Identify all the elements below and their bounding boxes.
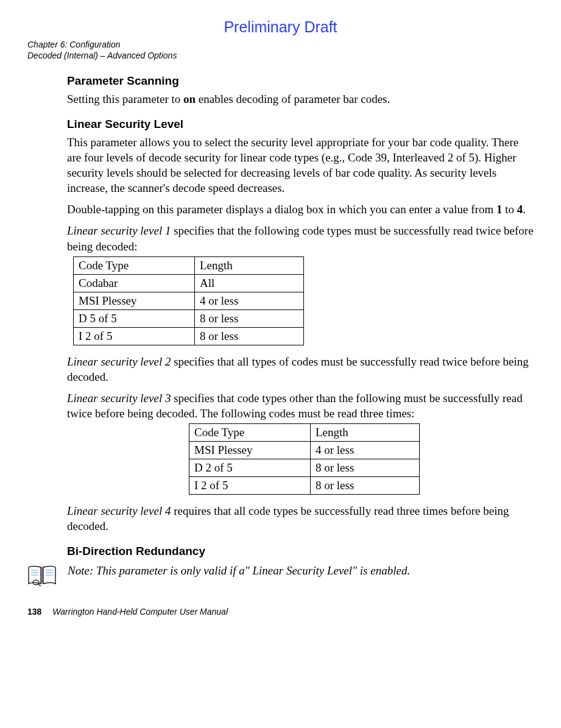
table-row: Code TypeLength [189, 423, 420, 441]
table-cell: D 5 of 5 [74, 309, 195, 327]
running-header-line1: Chapter 6: Configuration [27, 40, 534, 51]
page: Preliminary Draft Chapter 6: Configurati… [0, 0, 561, 629]
table-row: Code TypeLength [74, 256, 304, 274]
text-italic-level2: Linear security level 2 [67, 355, 171, 368]
linear-sec-level2: Linear security level 2 specifies that a… [67, 354, 534, 384]
note-block: Note: This parameter is only valid if a"… [27, 564, 534, 588]
preliminary-draft-banner: Preliminary Draft [27, 18, 534, 36]
linear-sec-level4: Linear security level 4 requires that al… [67, 503, 534, 534]
text-bold-1: 1 [496, 203, 503, 216]
table-cell: I 2 of 5 [74, 327, 195, 345]
table-row: CodabarAll [74, 274, 304, 292]
linear-sec-level3-intro: Linear security level 3 specifies that c… [67, 391, 534, 421]
svg-line-2 [38, 584, 41, 586]
table-row: I 2 of 58 or less [189, 476, 420, 494]
text-italic-level4: Linear security level 4 [67, 504, 171, 517]
text-italic-level1: Linear security level 1 [67, 224, 171, 237]
book-note-icon [27, 565, 57, 588]
table-cell: Codabar [74, 274, 195, 292]
table-row: MSI Plessey4 or less [74, 292, 304, 309]
text-fragment: . [523, 203, 526, 216]
running-header-line2: Decoded (Internal) – Advanced Options [27, 51, 534, 62]
table-cell: All [195, 274, 304, 292]
table-cell: 8 or less [311, 476, 420, 494]
footer-title: Warrington Hand-Held Computer User Manua… [52, 607, 228, 617]
table-level1-codes: Code TypeLength CodabarAll MSI Plessey4 … [73, 256, 304, 345]
parameter-scanning-body: Setting this parameter to on enables dec… [67, 91, 534, 107]
text-fragment: to [502, 203, 517, 216]
linear-sec-p1: This parameter allows you to select the … [67, 135, 534, 196]
table-row: D 5 of 58 or less [74, 309, 304, 327]
table-cell: Code Type [74, 256, 195, 274]
table-cell: MSI Plessey [74, 292, 195, 309]
table-cell: I 2 of 5 [189, 476, 311, 494]
table-cell: MSI Plessey [189, 441, 311, 459]
table-row: D 2 of 58 or less [189, 459, 420, 476]
note-text: Note: This parameter is only valid if a"… [68, 564, 410, 578]
text-fragment: Setting this parameter to [67, 93, 183, 105]
table-cell: 8 or less [311, 459, 420, 476]
table-cell: Length [311, 423, 420, 441]
heading-parameter-scanning: Parameter Scanning [67, 74, 534, 88]
linear-sec-p2: Double-tapping on this parameter display… [67, 202, 534, 217]
table-level3-codes: Code TypeLength MSI Plessey4 or less D 2… [189, 423, 420, 495]
table-cell: 8 or less [195, 309, 304, 327]
table-cell: D 2 of 5 [189, 459, 311, 476]
table-cell: 8 or less [195, 327, 304, 345]
page-number: 138 [27, 607, 41, 617]
table-cell: Code Type [189, 423, 311, 441]
text-fragment: enables decoding of parameter bar codes. [196, 93, 390, 105]
page-footer: 138Warrington Hand-Held Computer User Ma… [27, 607, 534, 617]
linear-sec-level1-intro: Linear security level 1 specifies that t… [67, 223, 534, 253]
text-fragment: Double-tapping on this parameter display… [67, 203, 496, 216]
table-row: MSI Plessey4 or less [189, 441, 420, 459]
running-header: Chapter 6: Configuration Decoded (Intern… [27, 40, 534, 61]
text-italic-level3: Linear security level 3 [67, 392, 171, 405]
text-bold-on: on [183, 93, 196, 105]
heading-linear-security-level: Linear Security Level [67, 118, 534, 131]
text-bold-4: 4 [517, 203, 523, 216]
main-content: Parameter Scanning Setting this paramete… [67, 74, 534, 558]
heading-bi-direction-redundancy: Bi-Direction Redundancy [67, 545, 534, 558]
table-cell: 4 or less [311, 441, 420, 459]
table-cell: Length [195, 256, 304, 274]
table-row: I 2 of 58 or less [74, 327, 304, 345]
table-cell: 4 or less [195, 292, 304, 309]
